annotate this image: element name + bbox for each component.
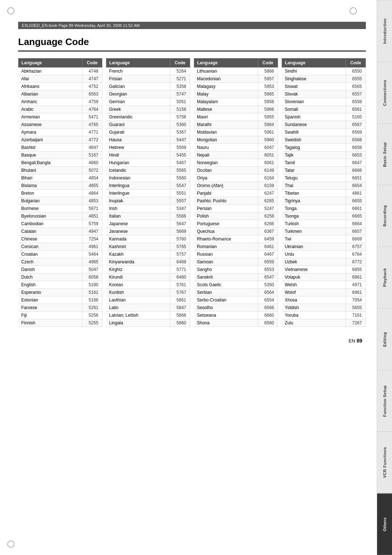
- language-code: 5767: [170, 289, 190, 296]
- sidebar-tab-function-setup[interactable]: Function Setup: [377, 370, 392, 432]
- table-row: Tatar6666: [282, 167, 366, 174]
- table-row: Basque5167: [19, 151, 102, 159]
- language-name: Bihari: [19, 174, 82, 182]
- sidebar-tab-editing[interactable]: Editing: [377, 308, 392, 370]
- language-name: Esperanto: [19, 289, 82, 296]
- language-code: 5565: [170, 167, 190, 174]
- sidebar-tab-vcr-functions[interactable]: VCR Functions: [377, 432, 392, 493]
- language-name: English: [19, 281, 82, 289]
- table-row: Slovenian6558: [282, 98, 366, 106]
- table-row: Russian6467: [194, 251, 278, 258]
- table-row: Yoruba7161: [282, 312, 366, 319]
- language-name: Javanese: [106, 228, 170, 235]
- language-code: 5255: [82, 319, 102, 327]
- language-name: Italian: [106, 212, 170, 220]
- language-code: 4764: [82, 106, 102, 113]
- table-row: Malayalam5958: [194, 98, 278, 106]
- language-name: Croatian: [19, 251, 82, 258]
- language-code: 4860: [82, 159, 102, 167]
- language-name: Yoruba: [282, 312, 346, 319]
- language-name: Hausa: [106, 136, 170, 144]
- language-name: Singhalese: [282, 75, 346, 83]
- language-name: Cambodian: [19, 220, 82, 228]
- language-code: 4765: [82, 121, 102, 129]
- sidebar-tab-others[interactable]: Others: [377, 493, 392, 555]
- language-name: Icelandic: [106, 167, 170, 174]
- table-row: Laothian5861: [106, 296, 190, 304]
- language-code: 5966: [258, 106, 278, 113]
- language-name: Burmese: [19, 205, 82, 212]
- language-name: Georgian: [106, 90, 170, 98]
- language-name: Breton: [19, 190, 82, 197]
- table-row: Polish6258: [194, 212, 278, 220]
- language-code: 7161: [346, 312, 366, 319]
- language-name: Sesotho: [194, 304, 258, 312]
- table-row: Interlingue5551: [106, 190, 190, 197]
- table-row: Oriya6164: [194, 174, 278, 182]
- table-row: Malay5965: [194, 90, 278, 98]
- table-row: Portuguese6266: [194, 220, 278, 228]
- sidebar-tab-connections[interactable]: Connections: [377, 62, 392, 123]
- corner-decoration-tl: [7, 7, 15, 15]
- language-name: Interlingue: [106, 190, 170, 197]
- table-row: Icelandic5565: [106, 167, 190, 174]
- language-code: 4752: [82, 83, 102, 90]
- language-code: 5467: [170, 159, 190, 167]
- table-row: Moldavian5961: [194, 129, 278, 136]
- language-name: Irish: [106, 205, 170, 212]
- language-name: Nepali: [194, 151, 258, 159]
- language-code: 5566: [170, 212, 190, 220]
- language-code: 5360: [170, 121, 190, 129]
- table-row: Vietnamese6855: [282, 266, 366, 274]
- language-code: 5350: [258, 281, 278, 289]
- table-row: Dutch6058: [19, 274, 102, 281]
- table-row: Interlingua5547: [106, 182, 190, 190]
- language-name: Korean: [106, 281, 170, 289]
- table-row: Rhaeto-Romance6459: [194, 235, 278, 243]
- table-row: Hungarian5467: [106, 159, 190, 167]
- sidebar-tab-introduction[interactable]: Introduction: [377, 0, 392, 62]
- table-row: Burmese5971: [19, 205, 102, 212]
- language-name: Azerbaijani: [19, 136, 82, 144]
- language-name: Bulgarian: [19, 197, 82, 205]
- language-code: 6651: [346, 174, 366, 182]
- table-row: Oromo (Afan)6159: [194, 182, 278, 190]
- language-code: 6258: [258, 212, 278, 220]
- page-number: 89: [356, 338, 362, 344]
- table-row: Latin5847: [106, 304, 190, 312]
- language-code: 6563: [82, 90, 102, 98]
- table-row: Javanese5669: [106, 228, 190, 235]
- sidebar-tab-recording[interactable]: Recording: [377, 185, 392, 247]
- table-row: Abkhazian4748: [19, 68, 102, 75]
- language-name: Dutch: [19, 274, 82, 281]
- language-code: 6660: [258, 312, 278, 319]
- table-row: Chinese7254: [19, 235, 102, 243]
- table-row: Sangho6553: [194, 266, 278, 274]
- table-row: Sanskrit6547: [194, 274, 278, 281]
- language-name: Czech: [19, 258, 82, 266]
- table-row: Irish5347: [106, 205, 190, 212]
- language-code: 5447: [170, 136, 190, 144]
- language-code: 4847: [82, 144, 102, 151]
- col4-code-header: Code: [346, 58, 366, 68]
- language-name: Uzbek: [282, 258, 346, 266]
- language-code: 5958: [258, 98, 278, 106]
- language-code: 5960: [258, 136, 278, 144]
- table-row: Japanese5647: [106, 220, 190, 228]
- language-code: 6855: [346, 266, 366, 274]
- sidebar-tab-playback[interactable]: Playback: [377, 247, 392, 308]
- language-code: 6061: [258, 159, 278, 167]
- language-code: 5247: [258, 205, 278, 212]
- col1-lang-header: Language: [19, 58, 82, 68]
- language-code: 4854: [82, 174, 102, 182]
- language-code: 5847: [170, 304, 190, 312]
- language-code: 7254: [82, 235, 102, 243]
- language-code: 5759: [82, 220, 102, 228]
- language-code: 4747: [82, 75, 102, 83]
- table-row: Norwegian6061: [194, 159, 278, 167]
- table-row: Catalan4947: [19, 228, 102, 235]
- table-row: Tamil6647: [282, 159, 366, 167]
- sidebar-tab-basic-setup[interactable]: Basic Setup: [377, 123, 392, 185]
- language-name: Zulu: [282, 319, 346, 327]
- table-row: Italian5566: [106, 212, 190, 220]
